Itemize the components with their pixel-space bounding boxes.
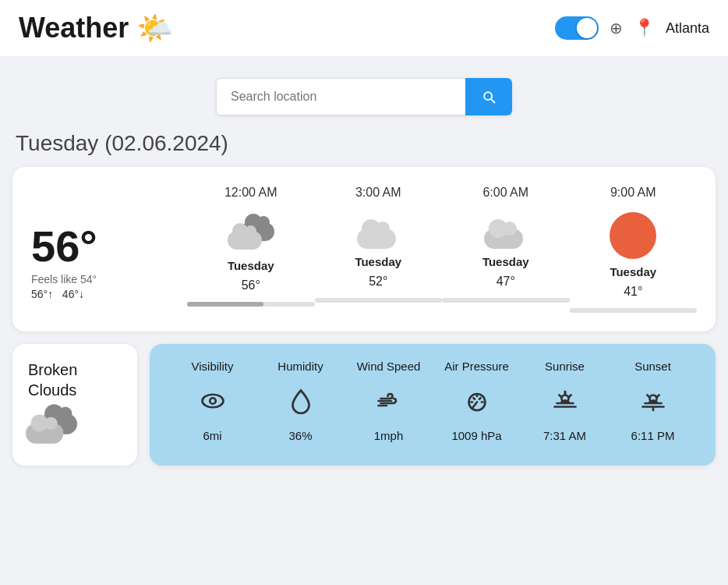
sunset-icon — [609, 387, 697, 415]
weather-cloud-icon: 🌤️ — [136, 11, 173, 45]
pin-icon: 📍 — [634, 18, 655, 38]
day-label-2: Tuesday — [482, 255, 529, 268]
broken-cloud-icon-0 — [228, 218, 274, 253]
stats-card: Visibility Humidity Wind Speed Air Press… — [150, 344, 716, 466]
current-temp: 56° Feels like 54° 56°↑ 46°↓ — [31, 225, 187, 300]
gauge-icon — [433, 387, 521, 415]
weather-card: 12:00 AM 3:00 AM 6:00 AM 9:00 AM 56° Fee… — [12, 167, 716, 332]
day-name: Tuesday — [16, 131, 98, 155]
header: Weather 🌤️ ⊕ 📍 Atlanta — [0, 0, 728, 56]
drop-icon — [256, 387, 345, 415]
broken-clouds-card: Broken Clouds — [12, 344, 137, 466]
stats-header: Visibility Humidity Wind Speed Air Press… — [168, 360, 697, 373]
svg-point-0 — [202, 395, 223, 408]
cloud-icon-1 — [357, 222, 400, 249]
day-label-0: Tuesday — [228, 259, 274, 272]
svg-point-1 — [210, 398, 216, 404]
stat-value-sunrise: 7:31 AM — [521, 429, 609, 442]
hourly-col-0: Tuesday 56° — [187, 218, 315, 307]
stat-value-pressure: 1009 hPa — [433, 429, 521, 442]
cloud-icon-2 — [484, 222, 527, 249]
time-row: 12:00 AM 3:00 AM 6:00 AM 9:00 AM — [31, 186, 697, 200]
broken-clouds-icon — [28, 411, 83, 450]
feels-like: Feels like 54° — [31, 273, 187, 285]
temp-label-1: 52° — [369, 275, 387, 289]
progress-fill-0 — [187, 302, 263, 307]
progress-bar-1 — [315, 298, 443, 303]
time-3: 9:00 AM — [570, 186, 698, 200]
toggle-knob — [577, 18, 597, 38]
current-temp-value: 56° — [31, 225, 187, 268]
search-container — [216, 78, 512, 115]
hourly-col-3: Tuesday 41° — [570, 212, 698, 313]
day-label-3: Tuesday — [610, 265, 656, 278]
condition-label: Broken Clouds — [28, 360, 122, 400]
temp-label-2: 47° — [497, 275, 515, 289]
stat-value-wind: 1mph — [345, 429, 433, 442]
main-content: Tuesday (02.06.2024) 12:00 AM 3:00 AM 6:… — [0, 131, 728, 481]
sunrise-icon — [521, 387, 609, 415]
wind-icon — [345, 387, 433, 415]
progress-bar-0 — [187, 302, 315, 307]
stat-label-visibility: Visibility — [168, 360, 256, 373]
stat-value-visibility: 6mi — [168, 429, 256, 442]
stat-label-sunset: Sunset — [609, 360, 697, 373]
toggle-switch[interactable] — [555, 16, 599, 40]
sun-icon-3 — [610, 212, 656, 259]
bottom-section: Broken Clouds Visibility Humidity Wind S… — [12, 344, 716, 466]
stat-label-sunrise: Sunrise — [521, 360, 609, 373]
city-label: Atlanta — [666, 20, 709, 37]
hi-lo: 56°↑ 46°↓ — [31, 288, 187, 300]
progress-bar-2 — [442, 298, 570, 303]
low-temp: 46°↓ — [62, 288, 84, 300]
eye-icon — [168, 387, 256, 415]
progress-bar-3 — [570, 308, 698, 313]
stats-icons — [168, 387, 697, 415]
temp-label-0: 56° — [242, 278, 260, 292]
high-temp: 56°↑ — [31, 288, 53, 300]
stat-label-wind: Wind Speed — [345, 360, 433, 373]
day-heading: Tuesday (02.06.2024) — [12, 131, 716, 156]
stat-value-sunset: 6:11 PM — [609, 429, 697, 442]
header-right: ⊕ 📍 Atlanta — [555, 16, 709, 40]
search-input[interactable] — [216, 78, 465, 115]
data-row: 56° Feels like 54° 56°↑ 46°↓ Tuesday 56° — [31, 212, 697, 313]
stats-values: 6mi 36% 1mph 1009 hPa 7:31 AM 6:11 PM — [168, 429, 697, 442]
day-date: (02.06.2024) — [104, 131, 228, 155]
temp-label-3: 41° — [624, 285, 642, 299]
stat-label-pressure: Air Pressure — [433, 360, 521, 373]
time-1: 3:00 AM — [315, 186, 443, 200]
stat-label-humidity: Humidity — [256, 360, 345, 373]
day-label-1: Tuesday — [355, 255, 401, 268]
hourly-col-2: Tuesday 47° — [442, 222, 570, 303]
gps-icon[interactable]: ⊕ — [610, 19, 623, 37]
search-icon — [481, 89, 497, 105]
stat-value-humidity: 36% — [256, 429, 345, 442]
search-button[interactable] — [465, 78, 512, 115]
time-2: 6:00 AM — [442, 186, 570, 200]
search-area — [0, 56, 728, 131]
app-title: Weather — [19, 12, 129, 44]
header-left: Weather 🌤️ — [19, 11, 173, 45]
time-0: 12:00 AM — [187, 186, 315, 200]
hourly-col-1: Tuesday 52° — [315, 222, 443, 303]
